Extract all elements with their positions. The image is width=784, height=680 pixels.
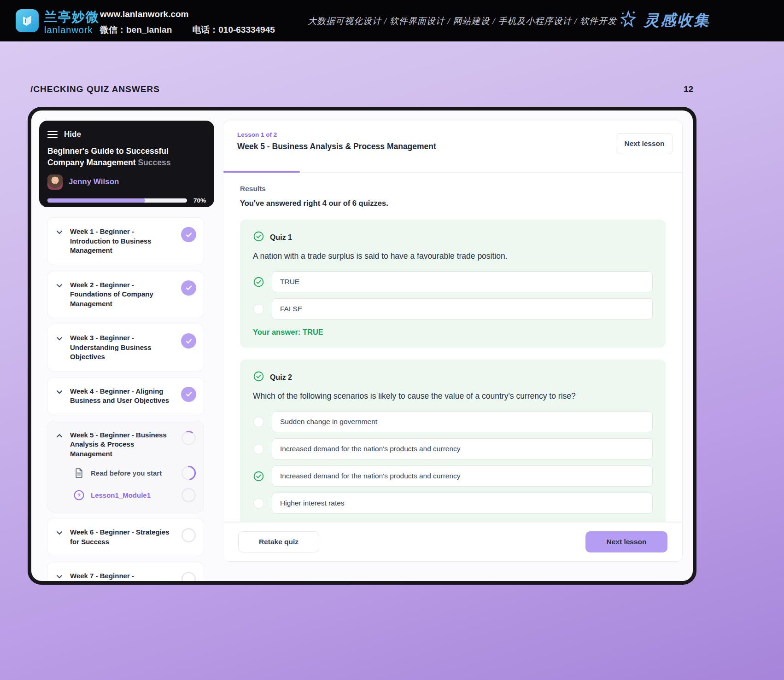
chevron-down-icon[interactable] (55, 334, 64, 343)
results-summary: You've answered right 4 our of 6 quizzes… (240, 199, 666, 208)
next-lesson-button[interactable]: Next lesson (585, 531, 667, 552)
progress-ring-icon (181, 430, 196, 446)
top-bar: 兰亭妙微 lanlanwork www.lanlanwork.com 微信：be… (0, 0, 784, 41)
hamburger-icon (47, 131, 58, 138)
hide-label: Hide (64, 130, 81, 139)
week-item-7[interactable]: Week 7 - Beginner - Implementing Effecti… (47, 562, 204, 585)
device-frame: Hide Beginner's Guide to Successful Comp… (28, 107, 696, 585)
option-label[interactable]: TRUE (272, 271, 653, 292)
radio-icon[interactable] (253, 498, 264, 509)
week-label: Week 1 - Beginner - Introduction to Busi… (70, 227, 175, 256)
services-list: 大数据可视化设计 / 软件界面设计 / 网站建设 / 手机及小程序设计 / 软件… (308, 15, 606, 27)
week-item-1[interactable]: Week 1 - Beginner - Introduction to Busi… (47, 217, 204, 265)
document-icon (73, 467, 85, 479)
option-label[interactable]: Increased demand for the nation's produc… (272, 438, 653, 459)
empty-ring-icon (181, 488, 196, 503)
lesson-item-read[interactable]: Read before you start (73, 465, 196, 481)
week-label: Week 2 - Beginner - Foundations of Compa… (70, 280, 175, 309)
chevron-down-icon[interactable] (55, 387, 64, 396)
week-item-6[interactable]: Week 6 - Beginner - Strategies for Succe… (47, 518, 204, 556)
option-row: Increased demand for the nation's produc… (253, 438, 653, 459)
brand-name-cn: 兰亭妙微 (44, 8, 99, 26)
empty-ring-icon (181, 571, 196, 585)
author-name: Jenny Wilson (69, 177, 119, 186)
lesson-item-quiz[interactable]: ? Lesson1_Module1 (73, 488, 196, 503)
lesson-counter: Lesson 1 of 2 (237, 131, 668, 138)
page-label: /CHECKING QUIZ ANSWERS (30, 84, 160, 94)
wechat-contact: 微信：ben_lanlan (100, 25, 172, 35)
quiz-card-1: Quiz 1 A nation with a trade surplus is … (240, 220, 666, 348)
week-item-4[interactable]: Week 4 - Beginner - Aligning Business an… (47, 377, 204, 415)
week-item-2[interactable]: Week 2 - Beginner - Foundations of Compa… (47, 271, 204, 319)
chevron-up-icon[interactable] (55, 431, 64, 440)
chevron-down-icon[interactable] (55, 281, 64, 290)
inspiration-logo: 灵感收集 (617, 8, 710, 32)
quiz-question: A nation with a trade surplus is said to… (253, 251, 653, 261)
quiz-check-icon (253, 231, 264, 244)
option-label[interactable]: Increased demand for the nation's produc… (272, 465, 653, 487)
lesson-label: Read before you start (91, 469, 175, 477)
question-circle-icon: ? (73, 489, 85, 501)
progress-fill (47, 198, 145, 203)
quiz-check-icon (253, 371, 264, 384)
course-title: Beginner's Guide to Successful Company M… (47, 145, 206, 169)
phone-contact: 电话：010-63334945 (192, 25, 275, 35)
radio-icon[interactable] (253, 304, 264, 314)
chevron-down-icon[interactable] (55, 227, 64, 237)
results-heading: Results (240, 185, 666, 193)
empty-ring-icon (181, 528, 196, 543)
completed-check-icon (181, 387, 196, 402)
lesson-main-panel: Lesson 1 of 2 Week 5 - Business Analysis… (223, 121, 683, 562)
brand-name-en: lanlanwork (44, 25, 93, 35)
week-label: Week 4 - Beginner - Aligning Business an… (70, 387, 175, 406)
inspiration-logo-text: 灵感收集 (644, 10, 710, 31)
quiz-name: Quiz 1 (270, 233, 292, 242)
option-row: Higher interest rates (253, 493, 653, 514)
avatar (47, 174, 63, 190)
lesson-header: Lesson 1 of 2 Week 5 - Business Analysis… (223, 121, 682, 172)
page-number: 12 (684, 84, 693, 94)
quiz-question: Which of the following scenarios is like… (253, 391, 653, 401)
chevron-down-icon[interactable] (55, 528, 64, 537)
option-row: TRUE (253, 271, 653, 292)
svg-text:?: ? (77, 493, 81, 498)
week-item-5[interactable]: Week 5 - Beginner - Business Analysis & … (47, 421, 204, 513)
course-sidebar-header: Hide Beginner's Guide to Successful Comp… (39, 121, 214, 207)
lesson-link-label: Lesson1_Module1 (91, 491, 175, 499)
week-label: Week 6 - Beginner - Strategies for Succe… (70, 528, 175, 546)
option-label[interactable]: Sudden change in government (272, 411, 653, 432)
lesson-title: Week 5 - Business Analysis & Process Man… (237, 142, 668, 151)
week-label: Week 7 - Beginner - Implementing Effecti… (70, 571, 175, 585)
option-row: Sudden change in government (253, 411, 653, 432)
chevron-down-icon[interactable] (55, 572, 64, 581)
radio-icon[interactable] (253, 417, 264, 427)
your-answer-line: Your answer: TRUE (253, 328, 653, 337)
week-label: Week 3 - Beginner - Understanding Busine… (70, 333, 175, 362)
course-title-tail: Success (138, 158, 170, 167)
completed-check-icon (181, 333, 196, 349)
radio-icon[interactable] (253, 444, 264, 454)
sparkle-star-icon (617, 8, 639, 32)
week-item-3[interactable]: Week 3 - Beginner - Understanding Busine… (47, 324, 204, 372)
contact-line: 微信：ben_lanlan电话：010-63334945 (100, 24, 275, 36)
week-label: Week 5 - Beginner - Business Analysis & … (70, 430, 175, 459)
progress-ring-icon (181, 465, 196, 481)
book-logo-icon (16, 9, 39, 32)
quiz-card-2: Quiz 2 Which of the following scenarios … (240, 360, 666, 522)
completed-check-icon (181, 280, 196, 296)
option-row: Increased demand for the nation's produc… (253, 465, 653, 487)
progress-bar (47, 198, 187, 203)
option-label[interactable]: FALSE (272, 298, 653, 320)
hide-button[interactable]: Hide (47, 130, 206, 139)
next-lesson-top-button[interactable]: Next lesson (616, 133, 673, 154)
retake-quiz-button[interactable]: Retake quiz (238, 531, 319, 552)
website-url: www.lanlanwork.com (100, 9, 189, 19)
option-label[interactable]: Higher interest rates (272, 493, 653, 514)
option-row: FALSE (253, 298, 653, 320)
progress-percent: 70% (193, 197, 206, 204)
quiz-name: Quiz 2 (270, 373, 292, 382)
week-list: Week 1 - Beginner - Introduction to Busi… (47, 217, 204, 585)
lesson-footer: Retake quiz Next lesson (223, 522, 682, 561)
correct-check-icon[interactable] (253, 276, 264, 288)
correct-check-icon[interactable] (253, 471, 264, 482)
